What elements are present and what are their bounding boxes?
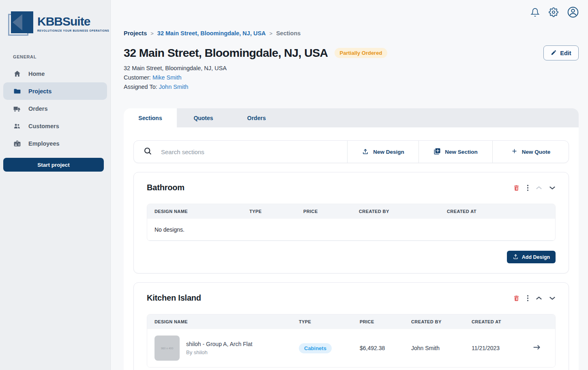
col-created-by: CREATED BY [359,209,447,214]
avatar-icon[interactable] [567,6,579,19]
design-thumbnail: 960 x 400 [155,336,180,361]
chevron-down-icon[interactable] [549,296,556,301]
empty-state: No designs. [147,219,555,241]
search-icon [144,147,152,157]
tab-bar: Sections Quotes Orders [124,108,579,127]
folder-icon [13,87,21,95]
brand-name: KBBSuite [37,15,109,28]
new-design-label: New Design [373,149,404,155]
new-design-button[interactable]: New Design [347,141,418,163]
customer-line: Customer: Mike Smith [124,74,579,81]
trash-icon[interactable] [513,184,520,191]
sidebar-item-label: Projects [28,88,52,95]
designs-table: DESIGN NAME TYPE PRICE CREATED BY CREATE… [147,314,556,368]
sidebar-item-label: Orders [28,105,48,112]
design-price: $6,492.38 [360,345,411,351]
type-badge: Cabinets [299,343,332,353]
sections-tab-content: New Design New Section New Quote [124,127,579,370]
section-title: Bathroom [147,183,185,192]
edit-button-label: Edit [560,50,571,56]
start-project-button[interactable]: Start project [3,158,104,172]
plus-icon [511,148,518,156]
tab-orders[interactable]: Orders [230,108,283,127]
sidebar-item-label: Customers [28,123,59,129]
new-quote-button[interactable]: New Quote [492,141,569,163]
trash-icon[interactable] [513,295,520,302]
add-design-button[interactable]: Add Design [507,251,556,263]
section-title: Kitchen Island [147,293,201,303]
design-created-at: 11/21/2023 [472,345,533,351]
sidebar: KBBSuite REVOLUTIONIZE YOUR BUSINESS OPE… [0,0,111,370]
people-icon [13,122,21,130]
sidebar-item-orders[interactable]: Orders [3,100,107,117]
col-price: PRICE [360,319,411,324]
home-icon [13,70,21,78]
sidebar-item-projects[interactable]: Projects [3,82,107,100]
breadcrumb-projects[interactable]: Projects [124,30,147,37]
nav-section-label: GENERAL [3,54,107,59]
breadcrumb-project-address[interactable]: 32 Main Street, Bloomingdale, NJ, USA [157,30,266,37]
chevron-down-icon[interactable] [549,185,556,190]
new-quote-label: New Quote [522,149,551,155]
add-section-icon [433,148,441,156]
assigned-line: Assigned To: John Smith [124,84,579,90]
assigned-link[interactable]: John Smith [159,84,189,90]
col-design-name: DESIGN NAME [155,319,299,324]
sidebar-item-label: Home [28,71,45,77]
kebab-menu-icon[interactable] [527,295,529,302]
new-section-button[interactable]: New Section [418,141,492,163]
search-input[interactable] [161,148,347,155]
col-created-at: CREATED AT [472,319,533,324]
sections-toolbar: New Design New Section New Quote [133,140,569,163]
designs-table: DESIGN NAME TYPE PRICE CREATED BY CREATE… [147,204,556,241]
design-name: shiloh - Group A, Arch Flat [186,341,252,347]
project-address: 32 Main Street, Bloomingdale, NJ, USA [124,65,579,71]
customer-link[interactable]: Mike Smith [152,74,182,81]
add-design-label: Add Design [522,254,550,260]
arrow-right-icon[interactable] [533,344,555,352]
design-row[interactable]: 960 x 400 shiloh - Group A, Arch Flat By… [147,329,555,367]
col-design-name: DESIGN NAME [155,209,249,214]
col-price: PRICE [303,209,359,214]
kebab-menu-icon[interactable] [527,184,529,191]
customer-label: Customer: [124,74,151,81]
tab-panel: Sections Quotes Orders [124,108,579,370]
sidebar-item-employees[interactable]: Employees [3,135,107,152]
kbbsuite-logo-icon [8,11,33,36]
tab-sections[interactable]: Sections [124,108,177,127]
brand-tagline: REVOLUTIONIZE YOUR BUSINESS OPERATIONS [37,29,109,32]
col-created-at: CREATED AT [447,209,555,214]
edit-button[interactable]: Edit [543,45,579,60]
status-badge: Partially Ordered [335,48,388,58]
col-created-by: CREATED BY [411,319,472,324]
brand-logo[interactable]: KBBSuite REVOLUTIONIZE YOUR BUSINESS OPE… [3,11,107,36]
truck-icon [13,105,21,113]
page-title: 32 Main Street, Bloomingdale, NJ, USA [124,46,328,60]
sidebar-item-home[interactable]: Home [3,65,107,82]
breadcrumb-separator: > [150,30,154,37]
badge-icon [13,140,21,148]
new-section-label: New Section [445,149,477,155]
app-root: KBBSuite REVOLUTIONIZE YOUR BUSINESS OPE… [0,0,588,370]
section-card-kitchen-island: Kitchen Island [133,282,569,370]
section-card-bathroom: Bathroom [133,172,569,273]
col-type: TYPE [249,209,303,214]
topbar [124,0,579,19]
sidebar-item-customers[interactable]: Customers [3,117,107,135]
main-content: Projects > 32 Main Street, Bloomingdale,… [111,0,588,370]
breadcrumb-separator: > [269,30,273,37]
chevron-up-icon[interactable] [536,296,542,301]
tab-quotes[interactable]: Quotes [177,108,230,127]
breadcrumb: Projects > 32 Main Street, Bloomingdale,… [124,30,579,37]
design-created-by: John Smith [411,345,472,351]
col-type: TYPE [299,319,360,324]
table-header: DESIGN NAME TYPE PRICE CREATED BY CREATE… [147,314,555,329]
gear-icon[interactable] [549,7,558,19]
design-author: By shiloh [186,349,252,355]
sidebar-item-label: Employees [28,140,60,147]
upload-icon [513,254,519,261]
table-header: DESIGN NAME TYPE PRICE CREATED BY CREATE… [147,204,555,219]
chevron-up-icon[interactable] [536,185,542,190]
assigned-label: Assigned To: [124,84,157,90]
bell-icon[interactable] [530,8,540,19]
